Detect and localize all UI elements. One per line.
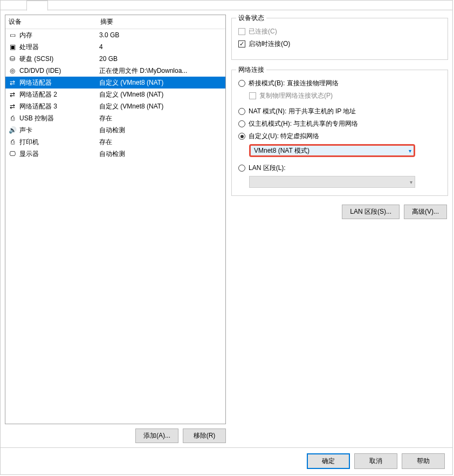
- device-summary: 自动检测: [99, 126, 223, 135]
- device-summary: 正在使用文件 D:\MyDownloa...: [99, 66, 223, 76]
- device-summary: 存在: [99, 138, 223, 147]
- connected-label: 已连接(C): [249, 27, 277, 36]
- device-status-title: 设备状态: [236, 13, 266, 23]
- dialog-buttons: 确定 取消 帮助: [1, 447, 452, 474]
- replicate-label: 复制物理网络连接状态(P): [259, 91, 333, 100]
- device-row[interactable]: 🔊声卡自动检测: [5, 124, 225, 136]
- device-list[interactable]: 设备 摘要 ▭内存3.0 GB▣处理器4⛁硬盘 (SCSI)20 GB◎CD/D…: [5, 15, 226, 424]
- nat-label: NAT 模式(N): 用于共享主机的 IP 地址: [249, 107, 356, 116]
- custom-radio[interactable]: [238, 133, 245, 140]
- ok-button[interactable]: 确定: [307, 453, 350, 469]
- lan-segment-combo: ▾: [249, 176, 415, 188]
- device-row[interactable]: 🖵显示器自动检测: [5, 148, 225, 160]
- device-name: 网络适配器 2: [19, 90, 99, 99]
- hostonly-label: 仅主机模式(H): 与主机共享的专用网络: [249, 119, 358, 128]
- device-name: 显示器: [19, 149, 99, 159]
- tab-bar: [1, 1, 452, 10]
- network-connection-title: 网络连接: [236, 65, 266, 74]
- device-row[interactable]: ▣处理器4: [5, 41, 225, 53]
- lan-segments-button[interactable]: LAN 区段(S)...: [342, 205, 400, 219]
- custom-network-combo[interactable]: VMnet8 (NAT 模式) ▾: [249, 144, 415, 157]
- device-name: 硬盘 (SCSI): [19, 55, 99, 64]
- device-summary: 自定义 (VMnet8 (NAT): [99, 78, 223, 87]
- device-name: 打印机: [19, 138, 99, 147]
- sound-icon: 🔊: [8, 126, 17, 134]
- cpu-icon: ▣: [8, 43, 17, 51]
- chevron-down-icon: ▾: [410, 179, 412, 185]
- device-row[interactable]: ⛁硬盘 (SCSI)20 GB: [5, 53, 225, 65]
- device-summary: 自定义 (VMnet8 (NAT): [99, 90, 223, 99]
- network-icon: ⇄: [8, 90, 17, 99]
- replicate-checkbox: [249, 92, 256, 99]
- header-device: 设备: [9, 17, 100, 26]
- custom-network-value: VMnet8 (NAT 模式): [254, 146, 309, 155]
- device-name: 内存: [19, 31, 99, 40]
- help-button[interactable]: 帮助: [402, 453, 445, 469]
- bridged-label: 桥接模式(B): 直接连接物理网络: [249, 79, 339, 88]
- header-summary: 摘要: [100, 17, 222, 26]
- device-summary: 存在: [99, 114, 223, 123]
- lan-segment-radio[interactable]: [238, 165, 245, 172]
- connect-on-power-label: 启动时连接(O): [249, 39, 290, 49]
- device-row[interactable]: ⎙打印机存在: [5, 136, 225, 148]
- device-status-group: 设备状态 已连接(C) 启动时连接(O): [231, 18, 448, 60]
- device-summary: 3.0 GB: [99, 31, 223, 39]
- network-icon: ⇄: [8, 102, 17, 111]
- printer-icon: ⎙: [8, 138, 17, 146]
- cancel-button[interactable]: 取消: [354, 453, 397, 469]
- disk-icon: ⛁: [8, 55, 17, 63]
- chevron-down-icon: ▾: [409, 148, 411, 154]
- device-name: 网络适配器: [19, 78, 99, 87]
- device-row[interactable]: ◎CD/DVD (IDE)正在使用文件 D:\MyDownloa...: [5, 65, 225, 77]
- device-row[interactable]: ⇄网络适配器 2自定义 (VMnet8 (NAT): [5, 89, 225, 100]
- device-name: 网络适配器 3: [19, 102, 99, 111]
- custom-label: 自定义(U): 特定虚拟网络: [249, 132, 319, 141]
- network-connection-group: 网络连接 桥接模式(B): 直接连接物理网络 复制物理网络连接状态(P) NAT…: [231, 70, 448, 196]
- advanced-button[interactable]: 高级(V)...: [404, 205, 447, 219]
- device-name: CD/DVD (IDE): [19, 67, 99, 74]
- device-row[interactable]: ⇄网络适配器自定义 (VMnet8 (NAT): [5, 77, 225, 89]
- usb-icon: ⎙: [8, 114, 17, 123]
- lan-segment-label: LAN 区段(L):: [249, 164, 286, 173]
- device-row[interactable]: ⇄网络适配器 3自定义 (VMnet8 (NAT): [5, 100, 225, 112]
- device-name: USB 控制器: [19, 114, 99, 123]
- device-summary: 自动检测: [99, 149, 223, 159]
- cd-icon: ◎: [8, 66, 17, 75]
- device-name: 声卡: [19, 126, 99, 135]
- add-button[interactable]: 添加(A)...: [135, 429, 178, 443]
- device-name: 处理器: [19, 43, 99, 52]
- network-icon: ⇄: [8, 78, 17, 87]
- device-summary: 4: [99, 43, 223, 51]
- memory-icon: ▭: [8, 31, 17, 39]
- device-row[interactable]: ⎙USB 控制器存在: [5, 112, 225, 124]
- device-summary: 自定义 (VMnet8 (NAT): [99, 102, 223, 111]
- device-list-header: 设备 摘要: [5, 15, 225, 29]
- bridged-radio[interactable]: [238, 80, 245, 87]
- device-summary: 20 GB: [99, 55, 223, 63]
- display-icon: 🖵: [8, 149, 17, 158]
- connect-on-power-checkbox[interactable]: [238, 40, 245, 47]
- remove-button[interactable]: 移除(R): [183, 429, 226, 443]
- nat-radio[interactable]: [238, 108, 245, 115]
- connected-checkbox: [238, 28, 245, 35]
- device-row[interactable]: ▭内存3.0 GB: [5, 29, 225, 41]
- hostonly-radio[interactable]: [238, 120, 245, 127]
